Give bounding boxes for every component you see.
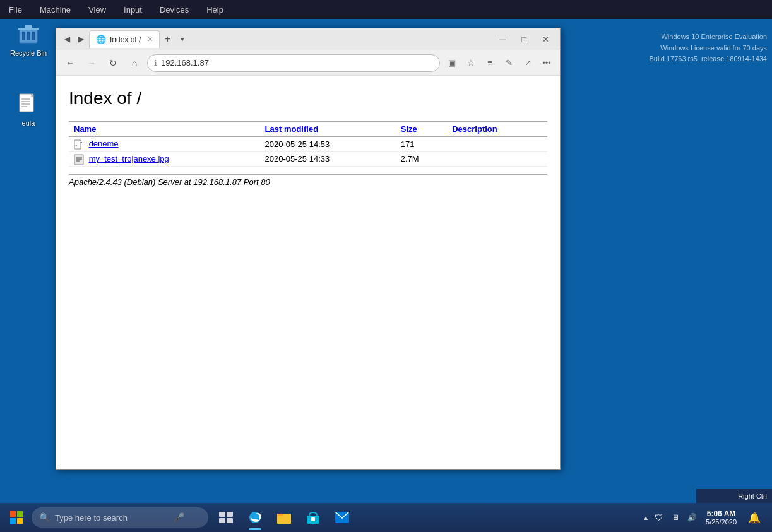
microphone-icon[interactable]: 🎤 [174, 512, 184, 523]
taskbar-app-store[interactable] [299, 504, 327, 531]
start-button[interactable] [3, 504, 30, 531]
system-tray: ▲ 🛡 🖥 🔊 [643, 511, 698, 524]
menu-input[interactable]: Input [120, 4, 146, 16]
svg-rect-5 [25, 25, 32, 28]
lang-area: Right Ctrl [696, 489, 772, 503]
col-size: Size [396, 122, 447, 137]
table-row: ? deneme 2020-05-25 14:53 171 [69, 137, 547, 152]
file-modified-cell: 2020-05-25 14:53 [260, 137, 396, 152]
svg-rect-19 [10, 518, 16, 524]
search-input[interactable] [55, 513, 169, 523]
table-row: my_test_trojanexe.jpg 2020-05-25 14:33 2… [69, 151, 547, 167]
col-size-link[interactable]: Size [401, 124, 417, 134]
col-name-link[interactable]: Name [74, 124, 96, 134]
activation-notice: Windows 10 Enterprise Evaluation Windows… [649, 32, 767, 65]
reading-list-btn[interactable]: ≡ [482, 55, 498, 71]
menu-file[interactable]: File [5, 4, 26, 16]
clock[interactable]: 5:06 AM 5/25/2020 [701, 509, 742, 526]
menu-machine[interactable]: Machine [36, 4, 74, 16]
vm-menubar: File Machine View Input Devices Help [0, 0, 772, 19]
address-input[interactable] [161, 58, 433, 68]
col-desc-link[interactable]: Description [452, 124, 497, 134]
menu-view[interactable]: View [85, 4, 110, 16]
favorites-btn[interactable]: ☆ [463, 55, 479, 71]
file-icon: ? [74, 139, 84, 150]
clock-time: 5:06 AM [706, 509, 737, 518]
file-name-cell: my_test_trojanexe.jpg [69, 151, 260, 167]
eula-icon [16, 92, 41, 117]
notification-button[interactable]: 🔔 [744, 504, 764, 531]
file-link[interactable]: my_test_trojanexe.jpg [89, 154, 169, 163]
home-button[interactable]: ⌂ [126, 54, 143, 72]
more-btn[interactable]: ••• [538, 55, 555, 71]
tab-controls: ◀ ▶ [61, 33, 86, 45]
svg-rect-15 [76, 158, 82, 160]
taskbar-right: ▲ 🛡 🖥 🔊 5:06 AM 5/25/2020 🔔 [643, 504, 769, 531]
svg-rect-1 [22, 32, 25, 40]
svg-rect-20 [17, 518, 23, 524]
svg-rect-28 [311, 517, 315, 521]
browser-toolbar: ← → ↻ ⌂ ℹ ▣ ☆ ≡ ✎ ↗ ••• [56, 50, 560, 76]
toolbar-icons: ▣ ☆ ≡ ✎ ↗ ••• [444, 55, 555, 71]
svg-rect-22 [227, 512, 233, 517]
svg-rect-18 [17, 511, 23, 517]
lang-label: Right Ctrl [738, 492, 767, 500]
search-icon: 🔍 [39, 512, 50, 523]
tab-close-btn[interactable]: ✕ [147, 35, 153, 44]
recycle-bin-icon [16, 21, 41, 47]
desktop-icon-eula[interactable]: eula [3, 92, 54, 127]
table-header-row: Name Last modified Size Description [69, 122, 547, 137]
svg-rect-3 [32, 32, 35, 40]
taskbar-app-edge[interactable] [241, 504, 269, 531]
file-desc-cell [447, 137, 547, 152]
col-description: Description [447, 122, 547, 137]
reading-view-btn[interactable]: ▣ [444, 55, 460, 71]
eula-label: eula [22, 119, 35, 127]
share-btn[interactable]: ↗ [520, 55, 536, 71]
taskbar-app-mail[interactable] [328, 504, 356, 531]
address-bar[interactable]: ℹ [147, 54, 440, 72]
activation-line3: Build 17763.rs5_release.180914-1434 [649, 54, 767, 65]
tray-shield-icon[interactable]: 🛡 [653, 511, 665, 524]
forward-button[interactable]: → [83, 54, 100, 72]
desktop-icon-recycle-bin[interactable]: Recycle Bin [3, 21, 54, 57]
notes-btn[interactable]: ✎ [501, 55, 517, 71]
svg-rect-14 [76, 157, 82, 158]
taskbar-app-taskview[interactable] [212, 504, 240, 531]
new-tab-button[interactable]: + [160, 32, 175, 47]
file-modified-cell: 2020-05-25 14:33 [260, 151, 396, 167]
svg-rect-16 [76, 160, 80, 162]
svg-rect-21 [219, 512, 225, 517]
activation-line2: Windows License valid for 70 days [649, 43, 767, 54]
minimize-button[interactable]: ─ [493, 32, 512, 46]
tray-expand-icon[interactable]: ▲ [643, 514, 649, 521]
file-desc-cell [447, 151, 547, 167]
browser-window: ◀ ▶ 🌐 Index of / ✕ + ▾ ─ □ ✕ ← → ↻ ⌂ ℹ ▣… [56, 28, 561, 470]
tab-dropdown-btn[interactable]: ▾ [175, 32, 190, 47]
col-modified: Last modified [260, 122, 396, 137]
menu-devices[interactable]: Devices [156, 4, 193, 16]
server-signature: Apache/2.4.43 (Debian) Server at 192.168… [69, 174, 547, 187]
file-size-cell: 171 [396, 137, 447, 152]
tab-fwd-btn[interactable]: ▶ [75, 33, 86, 45]
maximize-button[interactable]: □ [514, 32, 533, 46]
tab-back-btn[interactable]: ◀ [61, 33, 73, 45]
svg-rect-23 [219, 518, 225, 523]
close-button[interactable]: ✕ [536, 32, 555, 46]
security-icon: ℹ [154, 59, 157, 68]
file-link[interactable]: deneme [89, 139, 119, 148]
back-button[interactable]: ← [61, 54, 79, 72]
taskbar-app-explorer[interactable] [270, 504, 298, 531]
file-table: Name Last modified Size Description ? de… [69, 121, 547, 167]
active-tab[interactable]: 🌐 Index of / ✕ [89, 30, 160, 48]
tray-network-icon[interactable]: 🖥 [669, 511, 682, 524]
tab-title: Index of / [110, 35, 141, 44]
refresh-button[interactable]: ↻ [104, 54, 122, 72]
col-modified-link[interactable]: Last modified [265, 124, 319, 134]
search-bar[interactable]: 🔍 🎤 [32, 507, 208, 528]
menu-help[interactable]: Help [203, 4, 227, 16]
window-controls: ─ □ ✕ [493, 32, 555, 46]
browser-titlebar: ◀ ▶ 🌐 Index of / ✕ + ▾ ─ □ ✕ [56, 28, 560, 50]
recycle-bin-label: Recycle Bin [10, 49, 47, 57]
tray-speaker-icon[interactable]: 🔊 [686, 511, 698, 524]
